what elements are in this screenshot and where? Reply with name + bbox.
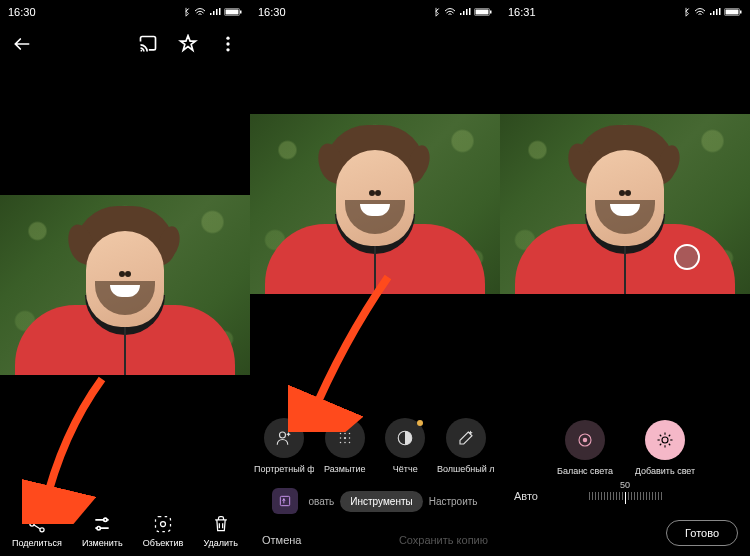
editor-bottom-bar: Отмена Сохранить копию [250, 524, 500, 556]
lens-icon [153, 514, 173, 534]
tool-sharpen[interactable]: Чётче [375, 418, 435, 474]
svg-point-26 [349, 442, 351, 444]
svg-point-17 [280, 432, 286, 438]
svg-point-6 [226, 48, 229, 51]
favorite-button[interactable] [176, 32, 200, 56]
tab-crop[interactable]: овать [308, 496, 334, 507]
status-icons [681, 7, 742, 17]
status-bar: 16:30 [250, 0, 500, 24]
share-icon [27, 514, 47, 534]
status-bar: 16:30 [0, 0, 250, 24]
cancel-button[interactable]: Отмена [262, 534, 301, 546]
svg-point-13 [161, 522, 166, 527]
tool-sharpen-label: Чётче [393, 464, 418, 474]
photo-editing[interactable] [250, 114, 500, 294]
bluetooth-icon [431, 7, 441, 17]
battery-icon [724, 7, 742, 17]
delete-button[interactable]: Удалить [203, 514, 237, 548]
save-copy-button: Сохранить копию [399, 534, 488, 546]
tool-add-light[interactable]: Добавить свет [635, 420, 695, 476]
photo-viewport[interactable] [0, 64, 250, 506]
tool-portrait[interactable]: Портретный ф [254, 418, 314, 474]
blur-icon [336, 429, 354, 447]
tab-adjust[interactable]: Настроить [429, 496, 478, 507]
markup-button[interactable] [272, 488, 298, 514]
screen-photo-view: 16:30 [0, 0, 250, 556]
screen-editor-tools: 16:30 Портретный ф Размытие [250, 0, 500, 556]
svg-line-42 [669, 435, 671, 437]
screen-editor-light: 16:31 Баланс света Доб [500, 0, 750, 556]
svg-point-3 [141, 50, 143, 52]
photo [0, 195, 250, 375]
svg-point-33 [583, 438, 588, 443]
markup-icon [278, 494, 292, 508]
status-icons [181, 7, 242, 17]
tool-light-balance[interactable]: Баланс света [555, 420, 615, 476]
signal-icon [459, 7, 471, 17]
tool-blur[interactable]: Размытие [315, 418, 375, 474]
clock: 16:30 [8, 6, 36, 18]
wifi-icon [444, 7, 456, 17]
svg-point-18 [340, 433, 342, 435]
tool-row: Портретный ф Размытие Чётче Волшебный л [250, 408, 500, 478]
svg-point-7 [30, 522, 34, 526]
lens-button[interactable]: Объектив [143, 514, 183, 548]
slider-value: 50 [620, 480, 630, 490]
svg-point-19 [344, 433, 346, 435]
bluetooth-icon [181, 7, 191, 17]
bluetooth-icon [681, 7, 691, 17]
clock: 16:31 [508, 6, 536, 18]
cast-button[interactable] [136, 32, 160, 56]
svg-point-8 [40, 516, 44, 520]
balance-icon [576, 431, 594, 449]
share-button[interactable]: Поделиться [12, 514, 62, 548]
svg-point-11 [97, 527, 100, 530]
signal-icon [709, 7, 721, 17]
battery-icon [224, 7, 242, 17]
sun-icon [656, 431, 674, 449]
svg-point-22 [344, 437, 346, 439]
delete-label: Удалить [203, 538, 237, 548]
svg-rect-16 [490, 11, 492, 14]
edit-label: Изменить [82, 538, 123, 548]
svg-point-24 [340, 442, 342, 444]
tab-tools[interactable]: Инструменты [340, 491, 422, 512]
svg-point-23 [349, 437, 351, 439]
auto-button[interactable]: Авто [514, 490, 538, 502]
clock: 16:30 [258, 6, 286, 18]
svg-point-10 [104, 518, 107, 521]
svg-point-34 [662, 437, 668, 443]
svg-point-4 [226, 37, 229, 40]
wifi-icon [694, 7, 706, 17]
eraser-icon [457, 429, 475, 447]
tool-portrait-label: Портретный ф [254, 464, 314, 474]
svg-point-21 [340, 437, 342, 439]
photo-editing[interactable] [500, 114, 750, 294]
svg-line-39 [660, 435, 662, 437]
back-button[interactable] [10, 32, 34, 56]
svg-point-9 [40, 528, 44, 532]
status-bar: 16:31 [500, 0, 750, 24]
wifi-icon [194, 7, 206, 17]
tool-magic-eraser[interactable]: Волшебный л [436, 418, 496, 474]
contrast-icon [396, 429, 414, 447]
svg-point-25 [344, 442, 346, 444]
tool-balance-label: Баланс света [557, 466, 613, 476]
svg-rect-15 [476, 10, 489, 15]
svg-line-40 [669, 444, 671, 446]
sliders-icon [92, 514, 112, 534]
done-button[interactable]: Готово [666, 520, 738, 546]
status-icons [431, 7, 492, 17]
edit-button[interactable]: Изменить [82, 514, 123, 548]
svg-rect-31 [740, 11, 742, 14]
editor-tabs: овать Инструменты Настроить [250, 478, 500, 524]
battery-icon [474, 7, 492, 17]
light-source-handle[interactable] [674, 244, 700, 270]
svg-rect-1 [226, 10, 239, 15]
svg-rect-30 [726, 10, 739, 15]
trash-icon [211, 514, 231, 534]
tool-blur-label: Размытие [324, 464, 366, 474]
svg-line-41 [660, 444, 662, 446]
more-button[interactable] [216, 32, 240, 56]
top-bar [0, 24, 250, 64]
